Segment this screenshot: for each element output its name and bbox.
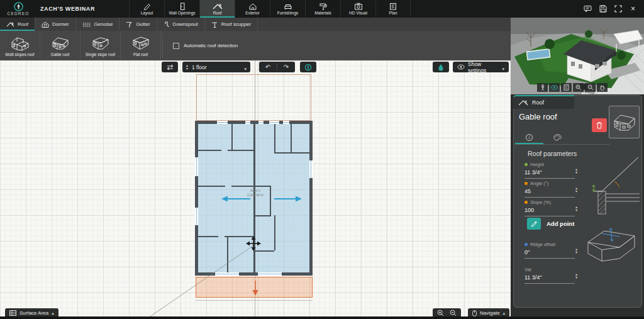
comment-icon[interactable]: [583, 4, 592, 14]
genoise-icon: [82, 22, 91, 27]
vat-value[interactable]: 11 3/4": [525, 274, 575, 284]
tab-layout[interactable]: Layout: [129, 0, 164, 18]
ridge-offset-stepper[interactable]: [575, 248, 577, 254]
angle-value[interactable]: 45: [525, 188, 575, 198]
zoom-in-icon[interactable]: [573, 83, 584, 92]
tab-label: Layout: [141, 11, 153, 15]
height-dot: [525, 163, 528, 166]
roof-type-gable[interactable]: Gable roof: [40, 31, 80, 60]
redo-icon[interactable]: ↷: [277, 62, 295, 72]
subtab-gutter[interactable]: Gutter: [119, 18, 157, 31]
wall-segment: [231, 186, 253, 187]
tab-roof[interactable]: Roof: [199, 0, 235, 18]
chevron-down-icon: [244, 62, 247, 73]
subtab-genoise[interactable]: Genoise: [76, 18, 120, 31]
slope-stepper[interactable]: [575, 206, 577, 211]
dormer-icon: [42, 21, 49, 28]
ridge-offset-dot: [525, 243, 528, 246]
slope-dot: [525, 201, 528, 204]
roof-type-title: Gable roof: [519, 112, 557, 121]
height-stepper[interactable]: [575, 168, 577, 174]
roof-type-multi-slopes[interactable]: Multi slopes roof: [0, 31, 40, 60]
save-icon[interactable]: [598, 4, 608, 14]
window: [215, 272, 239, 276]
fullscreen-icon[interactable]: [613, 4, 623, 14]
vat-field[interactable]: Vat 11 3/4": [525, 267, 575, 284]
roof-type-flat[interactable]: Flat roof: [121, 31, 161, 60]
3d-preview[interactable]: [511, 18, 644, 94]
wall-segment: [255, 186, 270, 187]
tab-materials-palette[interactable]: [543, 130, 572, 144]
slope-field[interactable]: Slope (%) 100: [525, 199, 575, 216]
tab-wall-openings[interactable]: Wall Openings: [164, 0, 199, 18]
cedreo-logo: CEDREO: [0, 0, 36, 18]
subtab-label: Roof scupper: [221, 21, 252, 27]
zoom-out-icon[interactable]: [585, 83, 596, 92]
vat-stepper[interactable]: [575, 273, 577, 279]
paint-mode-button[interactable]: [433, 62, 449, 72]
tab-exterior[interactable]: Exterior: [235, 0, 270, 18]
subtab-label: Gutter: [136, 21, 150, 27]
vat-label: Vat: [525, 267, 531, 272]
floor-selector[interactable]: ▴▾ 1 floor: [182, 62, 250, 72]
zoom-out-icon[interactable]: [450, 310, 457, 316]
info-icon: i: [526, 134, 533, 141]
height-value[interactable]: 11 3/4": [525, 169, 575, 179]
subtab-roof-scupper[interactable]: Roof scupper: [205, 18, 258, 31]
plan-view-icon[interactable]: [561, 83, 572, 92]
gable-roof-thumbnail[interactable]: [609, 106, 640, 138]
project-title: ZACH'S WEBINAR: [40, 6, 95, 12]
tab-plan[interactable]: Plan: [375, 0, 411, 18]
tab-parameters[interactable]: i: [515, 130, 543, 144]
zoom-in-icon[interactable]: [437, 310, 444, 316]
tab-materials[interactable]: Materials: [305, 0, 340, 18]
inspector-tab-roof[interactable]: Roof: [513, 95, 574, 109]
downspout-icon: [164, 21, 170, 28]
chevron-down-icon: [502, 62, 504, 73]
inspector-tab-label: Roof: [532, 99, 544, 106]
auto-roof-detection-checkbox[interactable]: [173, 43, 179, 49]
tab-label: Plan: [389, 11, 397, 15]
compass-icon: [304, 64, 312, 71]
subtab-dormer[interactable]: Dormer: [35, 18, 76, 31]
subtab-roof[interactable]: Roof: [0, 18, 35, 31]
navigate-label: Navigate: [480, 310, 500, 316]
auto-roof-detection-option[interactable]: Automatic roof detection: [173, 43, 238, 49]
floor-plan-canvas[interactable]: Roof 1 1292.38 ft²: [0, 60, 511, 319]
surface-area-label: Surface Area: [19, 310, 48, 316]
floor-stepper[interactable]: ▴▾: [186, 64, 188, 70]
wall-segment: [291, 124, 292, 152]
subtab-downspout[interactable]: Downspout: [157, 18, 205, 31]
ridge-offset-field[interactable]: Ridge offset 0": [525, 242, 575, 259]
slope-value[interactable]: 100: [525, 207, 575, 216]
height-label: Height: [530, 162, 544, 167]
height-field[interactable]: Height 11 3/4": [525, 162, 575, 179]
inspector-subtabs: i: [515, 130, 609, 145]
roof-type-single-slope[interactable]: Single slope roof: [80, 31, 121, 60]
add-point-button[interactable]: [527, 218, 541, 230]
tab-hd-visual[interactable]: HD Visual: [340, 0, 375, 18]
compass-button[interactable]: [300, 62, 316, 72]
show-settings-dropdown[interactable]: Show settings: [453, 62, 509, 72]
walkthrough-person-icon[interactable]: [537, 83, 548, 92]
wall-segment: [228, 150, 253, 151]
angle-field[interactable]: Angle (°) 45: [525, 181, 575, 198]
add-point-control[interactable]: Add point: [527, 218, 574, 230]
ridge-offset-value[interactable]: 0": [525, 249, 575, 259]
wall-segment: [198, 236, 218, 237]
wall-segment: [198, 150, 221, 151]
tab-furnishings[interactable]: Furnishings: [270, 0, 305, 18]
close-icon[interactable]: ×: [628, 4, 638, 14]
swap-floor-button[interactable]: [162, 62, 178, 72]
section-title: Roof parameters: [528, 150, 577, 157]
window: [309, 160, 313, 178]
aerial-view-eye-icon[interactable]: [549, 83, 560, 92]
undo-icon[interactable]: ↶: [259, 62, 277, 72]
auto-roof-detection-label: Automatic roof detection: [184, 43, 238, 48]
pan-hand-icon[interactable]: [597, 83, 608, 92]
angle-label: Angle (°): [530, 181, 548, 186]
roof-icon: [213, 3, 223, 10]
tab-label: HD Visual: [349, 11, 367, 15]
paint-drop-icon: [438, 64, 444, 71]
angle-stepper[interactable]: [575, 187, 577, 193]
